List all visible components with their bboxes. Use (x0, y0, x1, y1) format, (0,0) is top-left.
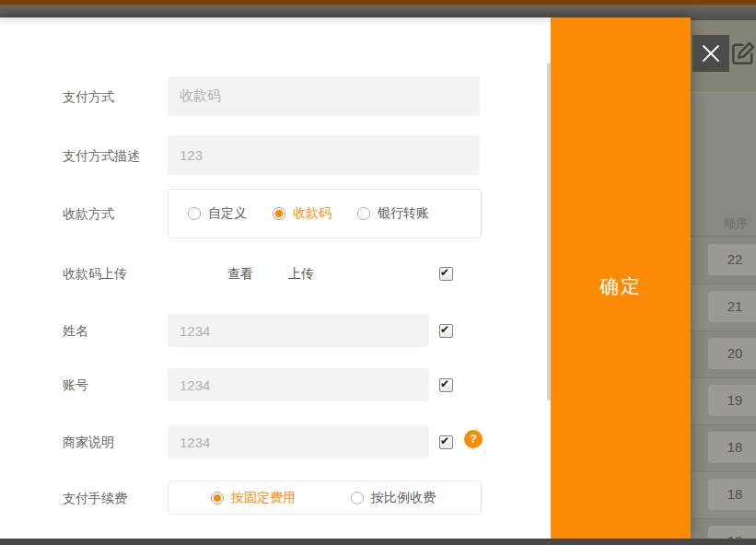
close-button[interactable] (692, 35, 729, 72)
text-input[interactable]: 1234 (168, 368, 429, 401)
edit-icon (729, 40, 756, 67)
screen: 顺序 22212019181816 支付方式收款码支付方式描述123收款方式自定… (0, 0, 756, 545)
radio-option[interactable]: 自定义 (188, 205, 247, 222)
order-value-cell: 19 (708, 385, 756, 416)
radio-option-label: 银行转账 (378, 205, 429, 222)
field-label: 商家说明 (63, 434, 114, 450)
background-bottom-strip (0, 539, 756, 545)
radio-option-label: 自定义 (208, 205, 247, 222)
radio-option[interactable]: 按固定费用 (211, 490, 296, 506)
radio-icon[interactable] (351, 492, 364, 504)
upload-link[interactable]: 上传 (288, 265, 314, 282)
order-value-cell: 18 (708, 479, 756, 510)
background-table-row: 21 (691, 284, 756, 331)
background-table-row: 18 (691, 424, 756, 472)
radio-selected-icon[interactable] (211, 492, 224, 504)
divider (691, 92, 756, 93)
text-input[interactable]: 收款码 (168, 76, 480, 116)
checkbox-checked[interactable] (439, 324, 453, 338)
background-table-row: 20 (691, 330, 756, 378)
input-value: 1234 (180, 323, 210, 339)
radio-option[interactable]: 按比例收费 (351, 490, 436, 506)
checkbox-checked[interactable] (439, 378, 453, 392)
background-table-row: 18 (691, 471, 756, 519)
radio-option[interactable]: 银行转账 (357, 205, 429, 222)
input-value: 1234 (180, 377, 210, 393)
close-icon (700, 42, 722, 64)
field-label: 支付手续费 (63, 490, 127, 506)
checkbox-checked[interactable] (439, 267, 453, 281)
field-label: 支付方式 (63, 88, 114, 105)
radio-option-label: 收款码 (293, 205, 331, 222)
table-column-header: 顺序 (691, 212, 756, 236)
background-table-area: 顺序 22212019181816 (691, 20, 756, 539)
order-value-cell: 20 (708, 338, 756, 369)
radio-option[interactable]: 收款码 (273, 205, 331, 222)
field-label: 收款码上传 (63, 265, 127, 282)
text-input[interactable]: 1234 (168, 314, 429, 347)
order-value-cell: 18 (708, 432, 756, 463)
radio-icon[interactable] (357, 207, 370, 220)
field-label: 支付方式描述 (63, 147, 140, 164)
field-label: 姓名 (63, 322, 88, 339)
checkbox-checked[interactable] (439, 435, 453, 449)
modal-top-shadow (0, 17, 551, 26)
background-table-row: 22 (691, 237, 756, 284)
radio-group: 按固定费用按比例收费 (168, 481, 482, 515)
text-input[interactable]: 1234 (168, 425, 429, 458)
radio-group: 自定义收款码银行转账 (168, 189, 482, 238)
input-value: 123 (180, 147, 203, 163)
view-link[interactable]: 查看 (227, 265, 253, 282)
confirm-button-label: 确定 (599, 273, 642, 299)
radio-option-label: 按比例收费 (371, 490, 436, 506)
text-input[interactable]: 123 (168, 135, 480, 175)
order-value-cell: 22 (708, 244, 756, 275)
radio-option-label: 按固定费用 (231, 490, 296, 506)
background-table-row: 19 (691, 377, 756, 425)
field-label: 收款方式 (63, 205, 114, 222)
radio-icon[interactable] (188, 207, 201, 220)
field-label: 账号 (63, 377, 88, 393)
confirm-button[interactable]: 确定 (551, 17, 691, 539)
radio-selected-icon[interactable] (273, 207, 285, 220)
order-value-cell: 21 (708, 291, 756, 322)
input-value: 收款码 (180, 87, 221, 105)
input-value: 1234 (180, 435, 210, 450)
payment-method-dialog: 支付方式收款码支付方式描述123收款方式自定义收款码银行转账收款码上传查看上传姓… (0, 17, 691, 539)
help-icon[interactable]: ? (464, 430, 483, 448)
